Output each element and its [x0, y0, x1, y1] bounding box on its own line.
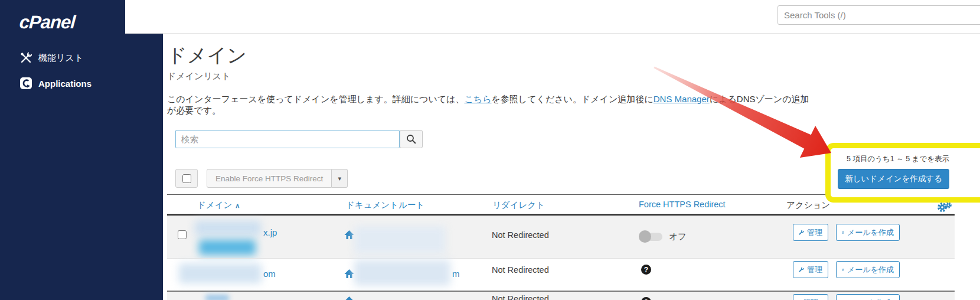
topbar	[125, 0, 980, 34]
column-header-redirect[interactable]: リダイレクト	[492, 200, 545, 211]
manage-button[interactable]: 管理	[793, 261, 828, 278]
sidebar-item-feature-list[interactable]: 機能リスト	[0, 48, 163, 68]
domain-link[interactable]: x.jp	[263, 227, 277, 237]
chevron-down-icon: ▾	[338, 175, 342, 182]
manage-label: 管理	[807, 227, 822, 238]
tools-search-input[interactable]	[778, 5, 980, 25]
manage-button[interactable]: 管理	[793, 294, 828, 300]
description-text: このインターフェースを使ってドメインを管理します。詳細については、	[167, 94, 464, 104]
redirect-status: Not Redirected	[492, 230, 549, 240]
create-domain-button[interactable]: 新しいドメインを作成する	[838, 169, 949, 189]
toggle-knob	[639, 230, 651, 243]
compose-icon	[842, 266, 844, 273]
pagination-summary: 5 項目のうち1 ～ 5 までを表示	[831, 154, 949, 164]
create-email-label: メールを作成	[847, 265, 894, 275]
page-subtitle: ドメインリスト	[167, 71, 230, 82]
domain-search-input[interactable]	[175, 130, 400, 148]
sort-asc-icon: ∧	[235, 202, 240, 209]
redacted-domain-text	[195, 221, 261, 235]
create-email-button[interactable]: メールを作成	[836, 261, 900, 278]
redirect-status: Not Redirected	[492, 265, 549, 275]
redacted-domain-text	[179, 263, 262, 283]
bulk-action-split-button: Enable Force HTTPS Redirect ▾	[207, 169, 348, 188]
redacted-document-root	[354, 260, 450, 286]
select-all-checkbox-container	[175, 169, 198, 188]
sidebar-item-applications[interactable]: Applications	[0, 73, 163, 93]
create-email-label: メールを作成	[845, 298, 891, 300]
home-icon	[344, 230, 354, 240]
kochira-link[interactable]: こちら	[464, 94, 491, 104]
compose-icon	[842, 229, 844, 236]
home-icon	[344, 269, 354, 279]
manage-label: 管理	[807, 265, 822, 275]
create-email-button[interactable]: メールを作成	[836, 294, 900, 300]
redacted-domain-text	[205, 295, 229, 300]
sidebar: cPanel 機能リスト Applications	[0, 0, 163, 300]
page-title: ドメイン	[167, 43, 247, 69]
table-settings-gear-icon[interactable]	[936, 201, 952, 213]
bulk-action-caret-button[interactable]: ▾	[332, 169, 348, 188]
row-checkbox[interactable]	[178, 230, 187, 239]
create-email-button[interactable]: メールを作成	[836, 224, 900, 241]
create-email-label: メールを作成	[847, 227, 894, 238]
manage-label: 管理	[803, 298, 818, 300]
document-root-link[interactable]: m	[452, 269, 460, 279]
applications-icon	[19, 77, 32, 90]
search-icon	[406, 134, 416, 144]
select-all-checkbox[interactable]	[182, 174, 191, 183]
sidebar-item-label: 機能リスト	[38, 53, 83, 64]
highlight-annotation-box: 5 項目のうち1 ～ 5 までを表示 新しいドメインを作成する	[825, 143, 980, 203]
search-button[interactable]	[400, 130, 423, 148]
column-header-document-root[interactable]: ドキュメントルート	[346, 200, 424, 211]
redirect-status: Not Redirected	[492, 294, 549, 300]
domain-link[interactable]: om	[263, 269, 276, 279]
row-divider	[167, 258, 955, 259]
description-text: を参照してください。ドメイン追加後に	[492, 94, 654, 104]
question-icon[interactable]: ?	[641, 265, 651, 275]
column-header-domain[interactable]: ドメイン∧	[197, 200, 240, 211]
toggle-state-label: オフ	[669, 231, 687, 242]
manage-button[interactable]: 管理	[793, 224, 828, 241]
cpanel-logo[interactable]: cPanel	[19, 12, 76, 33]
bulk-action-button[interactable]: Enable Force HTTPS Redirect	[207, 169, 332, 188]
home-icon	[344, 296, 354, 300]
wrench-icon	[799, 266, 804, 273]
column-header-actions: アクション	[786, 200, 830, 211]
page-description: このインターフェースを使ってドメインを管理します。詳細については、こちらを参照し…	[167, 94, 816, 116]
force-https-toggle[interactable]	[639, 230, 664, 243]
dns-manager-link[interactable]: DNS Manager	[654, 94, 710, 104]
redacted-main-domain-badge	[199, 240, 256, 255]
redacted-document-root	[354, 226, 446, 253]
tools-icon	[19, 51, 32, 64]
sidebar-item-label: Applications	[38, 79, 92, 89]
wrench-icon	[799, 229, 804, 236]
column-header-force-https[interactable]: Force HTTPS Redirect	[639, 200, 726, 209]
cpanel-domains-page: cPanel 機能リスト Applications	[0, 0, 980, 300]
